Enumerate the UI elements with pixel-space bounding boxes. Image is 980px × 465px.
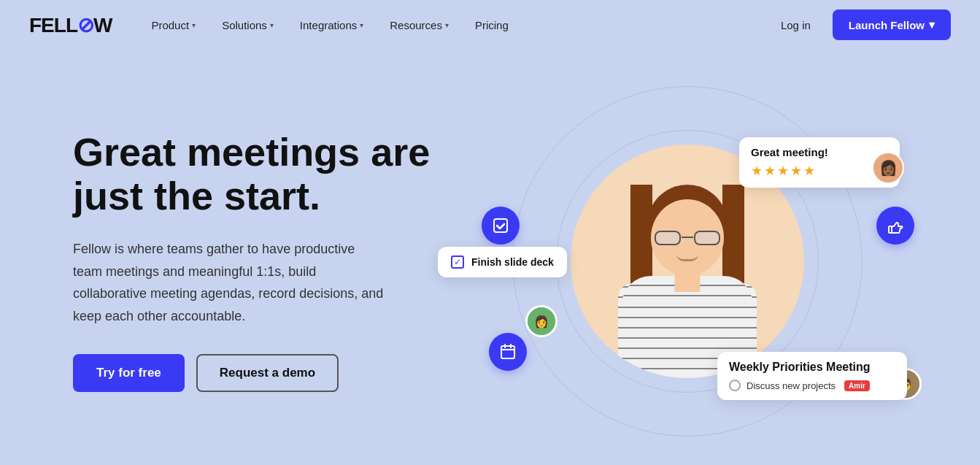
request-demo-button[interactable]: Request a demo [196, 354, 339, 392]
nav-right: Log in Launch Fellow ▾ [771, 9, 951, 40]
chevron-down-icon: ▾ [929, 18, 935, 31]
review-text: Great meeting! [751, 146, 828, 158]
hero-title: Great meetings are just the start. [73, 131, 452, 218]
meeting-item: Discuss new projects Amir [729, 380, 895, 391]
chevron-down-icon: ▾ [360, 21, 363, 29]
try-for-free-button[interactable]: Try for free [73, 354, 185, 392]
meeting-card: Weekly Priorities Meeting Discuss new pr… [717, 352, 907, 400]
avatar-reviewer: 👩🏾 [872, 152, 904, 184]
nav-links: Product ▾ Solutions ▾ Integrations ▾ Res… [141, 13, 771, 37]
nav-item-solutions[interactable]: Solutions ▾ [212, 13, 284, 37]
hero-description: Fellow is where teams gather to have pro… [73, 238, 387, 327]
navigation: FELL⊘W Product ▾ Solutions ▾ Integration… [0, 0, 980, 50]
meeting-item-text: Discuss new projects [746, 380, 836, 391]
task-card: ✓ Finish slide deck [438, 247, 567, 277]
hero-right: 👩 👨 👩🏾 Great meeting! ★★★★★ ✓ Finish sli… [452, 79, 922, 444]
check-icon-bubble [482, 207, 520, 245]
task-label: Finish slide deck [471, 256, 554, 268]
avatar-green: 👩 [525, 305, 557, 337]
nav-item-integrations[interactable]: Integrations ▾ [290, 13, 374, 37]
hero-left: Great meetings are just the start. Fello… [73, 131, 452, 391]
hero-section: Great meetings are just the start. Fello… [0, 50, 980, 465]
chevron-down-icon: ▾ [270, 21, 274, 29]
nav-item-pricing[interactable]: Pricing [465, 13, 519, 37]
nav-item-resources[interactable]: Resources ▾ [379, 13, 459, 37]
thumbs-up-icon-bubble [876, 207, 914, 245]
amir-badge: Amir [844, 380, 870, 391]
svg-rect-0 [494, 219, 507, 232]
nav-item-product[interactable]: Product ▾ [141, 13, 206, 37]
meeting-title: Weekly Priorities Meeting [729, 361, 895, 374]
meeting-item-circle [729, 380, 741, 391]
svg-rect-1 [501, 346, 514, 358]
chevron-down-icon: ▾ [445, 21, 449, 29]
task-checkbox: ✓ [451, 255, 464, 269]
launch-fellow-button[interactable]: Launch Fellow ▾ [833, 9, 951, 40]
login-button[interactable]: Log in [771, 13, 821, 37]
hero-buttons: Try for free Request a demo [73, 354, 452, 392]
star-rating: ★★★★★ [751, 163, 888, 179]
logo[interactable]: FELL⊘W [29, 13, 112, 37]
chevron-down-icon: ▾ [192, 21, 196, 29]
calendar-icon-bubble [489, 333, 527, 371]
logo-text: FELL⊘W [29, 13, 112, 37]
